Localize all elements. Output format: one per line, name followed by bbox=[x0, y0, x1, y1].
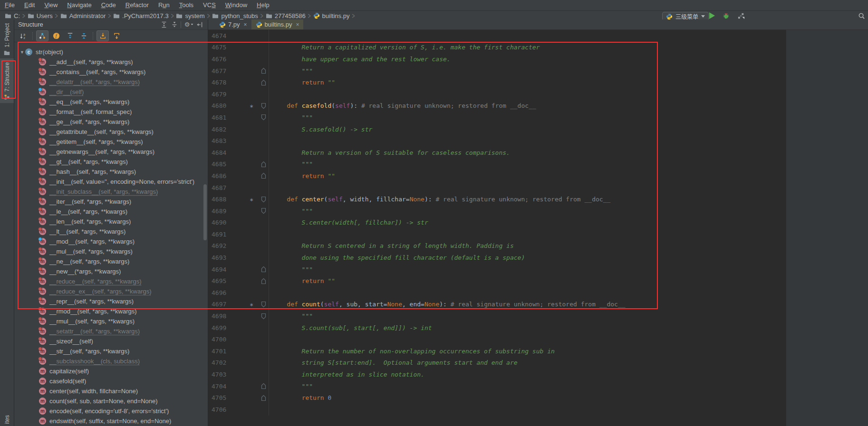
menu-item-window[interactable]: Window bbox=[221, 0, 252, 10]
structure-tree-item[interactable]: m__gt__(self, *args, **kwargs) bbox=[14, 157, 208, 167]
line-number[interactable]: 4686 bbox=[208, 172, 245, 180]
structure-tree-item[interactable]: m__subclasshook__(cls, subclass) bbox=[14, 356, 208, 366]
structure-tree-item[interactable]: m__iter__(self, *args, **kwargs) bbox=[14, 197, 208, 207]
menu-item-help[interactable]: Help bbox=[252, 0, 274, 10]
editor-code-line[interactable]: 4693 done using the specified fill chara… bbox=[208, 252, 868, 264]
structure-tree-item[interactable]: m__rmod__(self, *args, **kwargs) bbox=[14, 306, 208, 316]
menu-item-tools[interactable]: Tools bbox=[174, 0, 198, 10]
structure-tree-item[interactable]: m__delattr__(self, *args, **kwargs) bbox=[14, 77, 208, 87]
stripe-button-structure[interactable]: 7: Structure bbox=[0, 58, 14, 103]
editor-code-line[interactable]: 4706 bbox=[208, 404, 868, 416]
line-number[interactable]: 4700 bbox=[208, 336, 245, 343]
editor-code-line[interactable]: 4688∗ def center(self, width, fillchar=N… bbox=[208, 193, 868, 205]
editor-code-line[interactable]: 4696 bbox=[208, 287, 868, 299]
structure-tree-item[interactable]: m__dir__(self) bbox=[14, 87, 208, 97]
editor-code-line[interactable]: 4686 return "" bbox=[208, 170, 868, 182]
structure-tree-item[interactable]: mcasefold(self) bbox=[14, 376, 208, 386]
fold-up-icon[interactable] bbox=[258, 266, 269, 273]
editor-code-line[interactable]: 4700 bbox=[208, 333, 868, 345]
fold-down-icon[interactable] bbox=[258, 103, 269, 109]
structure-tree-item[interactable]: m__getnewargs__(self, *args, **kwargs) bbox=[14, 147, 208, 157]
structure-tree-item[interactable]: m__repr__(self, *args, **kwargs) bbox=[14, 296, 208, 306]
structure-tree-item[interactable]: m__reduce_ex__(self, *args, **kwargs) bbox=[14, 286, 208, 296]
menu-item-refactor[interactable]: Refactor bbox=[121, 0, 154, 10]
line-number[interactable]: 4683 bbox=[208, 137, 245, 144]
fold-up-icon[interactable] bbox=[258, 67, 269, 74]
line-number[interactable]: 4687 bbox=[208, 184, 245, 191]
structure-tree-item[interactable]: m__mul__(self, *args, **kwargs) bbox=[14, 246, 208, 256]
group-methods-button[interactable] bbox=[36, 30, 48, 41]
stripe-button-favorites[interactable]: ites bbox=[0, 415, 14, 426]
line-number[interactable]: 4697 bbox=[208, 301, 245, 308]
line-number[interactable]: 4695 bbox=[208, 277, 245, 284]
fold-up-icon[interactable] bbox=[258, 161, 269, 168]
menu-item-navigate[interactable]: Navigate bbox=[62, 0, 96, 10]
line-number[interactable]: 4677 bbox=[208, 67, 245, 75]
line-number[interactable]: 4705 bbox=[208, 394, 245, 401]
line-number[interactable]: 4675 bbox=[208, 44, 245, 51]
editor-tab-builtinspy[interactable]: builtins.py× bbox=[251, 19, 304, 29]
expand-all-icon[interactable] bbox=[160, 20, 168, 28]
structure-tree-root[interactable]: ▼cstr(object) bbox=[14, 47, 208, 57]
fold-up-icon[interactable] bbox=[258, 278, 269, 284]
editor-code-line[interactable]: 4678 return "" bbox=[208, 76, 868, 88]
editor-code-line[interactable]: 4702 string S[start:end]. Optional argum… bbox=[208, 357, 868, 369]
line-number[interactable]: 4703 bbox=[208, 371, 245, 378]
line-number[interactable]: 4702 bbox=[208, 359, 245, 366]
structure-tree-item[interactable]: mcount(self, sub, start=None, end=None) bbox=[14, 396, 208, 406]
structure-scrollbar[interactable] bbox=[203, 184, 207, 240]
fold-up-icon[interactable] bbox=[258, 172, 269, 179]
editor-code-line[interactable]: 4685 """ bbox=[208, 159, 868, 170]
close-icon[interactable]: × bbox=[244, 21, 247, 28]
breadcrumb-item-277458586[interactable]: 277458586 bbox=[266, 12, 306, 19]
structure-tree-item[interactable]: m__setattr__(self, *args, **kwargs) bbox=[14, 326, 208, 336]
editor-code-line[interactable]: 4691 bbox=[208, 228, 868, 240]
editor-code-line[interactable]: 4684 Return a version of S suitable for … bbox=[208, 147, 868, 159]
line-number[interactable]: 4692 bbox=[208, 242, 245, 249]
line-number[interactable]: 4701 bbox=[208, 348, 245, 355]
menu-item-edit[interactable]: Edit bbox=[19, 0, 39, 10]
structure-tree-item[interactable]: m__lt__(self, *args, **kwargs) bbox=[14, 227, 208, 237]
editor-code-line[interactable]: 4681 """ bbox=[208, 112, 868, 123]
editor-code-line[interactable]: 4705 return 0 bbox=[208, 392, 868, 404]
breadcrumb-item-c[interactable]: C: bbox=[5, 12, 20, 19]
structure-tree-item[interactable]: m__ne__(self, *args, **kwargs) bbox=[14, 256, 208, 266]
editor-code-line[interactable]: 4701 Return the number of non-overlappin… bbox=[208, 345, 868, 357]
editor-code-line[interactable]: 4692 Return S centered in a string of le… bbox=[208, 240, 868, 252]
line-number[interactable]: 4689 bbox=[208, 208, 245, 215]
stripe-button-project[interactable]: 1: Project bbox=[0, 19, 14, 58]
editor-code-line[interactable]: 4680∗ def casefold(self): # real signatu… bbox=[208, 100, 868, 112]
fold-down-icon[interactable] bbox=[258, 208, 269, 214]
line-number[interactable]: 4693 bbox=[208, 254, 245, 261]
menu-item-file[interactable]: File bbox=[0, 0, 19, 10]
editor-code-line[interactable]: 4675 Return a capitalized version of S, … bbox=[208, 42, 868, 54]
fold-up-icon[interactable] bbox=[258, 383, 269, 389]
editor-code-line[interactable]: 4703 interpreted as in slice notation. bbox=[208, 369, 868, 380]
chevron-expanded-icon[interactable]: ▼ bbox=[19, 50, 25, 55]
structure-tree-item[interactable]: m__ge__(self, *args, **kwargs) bbox=[14, 117, 208, 127]
fold-down-icon[interactable] bbox=[258, 313, 269, 320]
editor-tab-7py[interactable]: 7.py× bbox=[215, 19, 251, 29]
autoscroll-to-source-button[interactable] bbox=[96, 30, 109, 41]
structure-tree-item[interactable]: m__eq__(self, *args, **kwargs) bbox=[14, 97, 208, 107]
collapse-all-button[interactable] bbox=[77, 30, 90, 41]
structure-tree-item[interactable]: mencode(self, encoding='utf-8', errors='… bbox=[14, 406, 208, 416]
code-area[interactable]: 46744675 Return a capitalized version of… bbox=[208, 30, 868, 426]
editor-code-line[interactable]: 4674 bbox=[208, 30, 868, 42]
structure-tree-item[interactable]: m__new__(*args, **kwargs) bbox=[14, 266, 208, 276]
menu-item-run[interactable]: Run bbox=[154, 0, 174, 10]
menu-item-code[interactable]: Code bbox=[96, 0, 121, 10]
structure-tree-item[interactable]: m__hash__(self, *args, **kwargs) bbox=[14, 167, 208, 177]
fold-up-icon[interactable] bbox=[258, 395, 269, 401]
line-number[interactable]: 4699 bbox=[208, 324, 245, 331]
line-number[interactable]: 4680 bbox=[208, 102, 245, 109]
editor-code-line[interactable]: 4704 """ bbox=[208, 380, 868, 392]
editor-code-line[interactable]: 4690 S.center(width[, fillchar]) -> str bbox=[208, 217, 868, 229]
structure-tree-item[interactable]: m__init_subclass__(self, *args, **kwargs… bbox=[14, 187, 208, 197]
show-fields-button[interactable]: f bbox=[50, 30, 62, 41]
structure-tree-item[interactable]: mcapitalize(self) bbox=[14, 366, 208, 376]
autoscroll-from-source-button[interactable] bbox=[110, 30, 123, 41]
line-number[interactable]: 4681 bbox=[208, 114, 245, 121]
structure-tree-item[interactable]: m__add__(self, *args, **kwargs) bbox=[14, 57, 208, 67]
structure-tree-item[interactable]: m__getattribute__(self, *args, **kwargs) bbox=[14, 127, 208, 137]
